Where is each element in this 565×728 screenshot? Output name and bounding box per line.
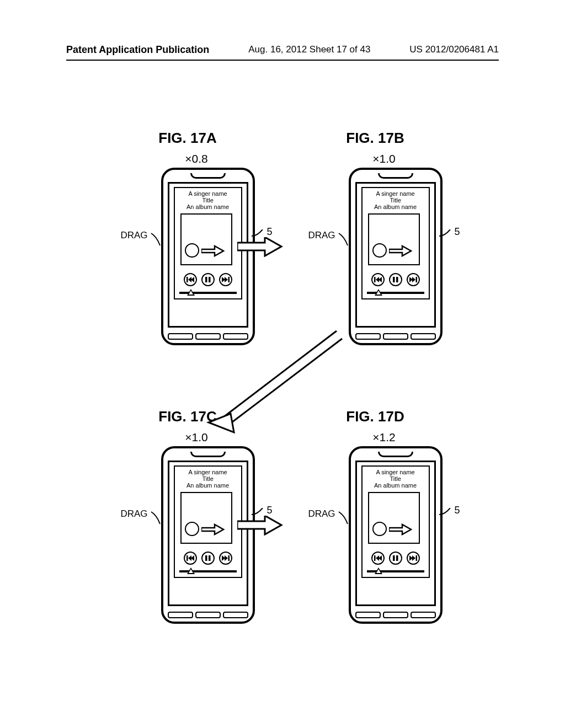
prev-button[interactable] (184, 552, 197, 565)
header-rule (66, 60, 499, 61)
next-button[interactable] (219, 552, 232, 565)
drag-label: DRAG (120, 508, 147, 520)
softkey[interactable] (223, 612, 248, 618)
phone-speaker (378, 173, 413, 179)
zoom-level: ×1.2 (299, 431, 469, 444)
song-metadata: A singer name Title An album name (363, 190, 429, 210)
next-icon (221, 554, 230, 562)
phone-screen[interactable]: A singer name Title An album name (355, 182, 436, 328)
progress-marker[interactable] (187, 568, 195, 574)
media-controls (175, 273, 241, 286)
reference-numeral-5: 5 (455, 505, 460, 516)
album-name: An album name (175, 482, 241, 489)
softkey[interactable] (355, 612, 381, 618)
drag-touch-point[interactable] (372, 243, 387, 260)
album-name: An album name (363, 204, 429, 210)
song-metadata: A singer name Title An album name (363, 469, 429, 489)
prev-icon (374, 276, 382, 283)
drag-touch-point[interactable] (372, 522, 387, 538)
song-title: Title (363, 197, 429, 204)
progress-marker[interactable] (375, 289, 382, 296)
prev-button[interactable] (371, 273, 385, 286)
next-button[interactable] (219, 273, 232, 286)
softkey[interactable] (411, 333, 436, 340)
singer-name: A singer name (175, 469, 241, 475)
publication-number: US 2012/0206481 A1 (409, 44, 499, 56)
next-button[interactable] (407, 552, 420, 565)
softkey[interactable] (383, 333, 408, 340)
callout-leader (439, 508, 451, 518)
figure-17b: FIG. 17B ×1.0 DRAG A singer name Title A… (281, 130, 469, 345)
pause-icon (391, 276, 400, 283)
date-sheet: Aug. 16, 2012 Sheet 17 of 43 (248, 44, 370, 56)
publication-type: Patent Application Publication (66, 44, 209, 56)
phone-screen[interactable]: A singer name Title An album name (168, 461, 248, 606)
pause-button[interactable] (201, 273, 215, 286)
softkey[interactable] (195, 612, 221, 618)
phone-device: A singer name Title An album name (349, 168, 443, 345)
svg-line-8 (221, 331, 337, 419)
drag-label: DRAG (308, 508, 335, 520)
next-icon (221, 276, 230, 283)
progress-marker[interactable] (375, 568, 382, 574)
progress-marker[interactable] (187, 289, 195, 296)
reference-numeral-5: 5 (267, 505, 273, 516)
drag-label: DRAG (308, 230, 335, 241)
singer-name: A singer name (363, 469, 429, 475)
song-title: Title (363, 475, 429, 482)
transition-arrow-c-to-d (237, 516, 284, 538)
softkey[interactable] (168, 612, 193, 618)
transition-arrow-b-to-c (199, 325, 353, 432)
svg-marker-10 (209, 414, 234, 432)
zoom-level: ×1.0 (299, 152, 469, 165)
progress-bar[interactable] (367, 568, 424, 575)
drag-label: DRAG (120, 230, 147, 241)
progress-bar[interactable] (179, 568, 237, 575)
figure-label: FIG. 17B (281, 130, 469, 147)
drag-touch-point[interactable] (185, 243, 199, 260)
singer-name: A singer name (175, 190, 241, 197)
softkey-bar (355, 333, 436, 340)
progress-bar[interactable] (179, 290, 237, 296)
softkey[interactable] (355, 333, 381, 340)
phone-speaker (190, 452, 226, 457)
drag-leader-line (151, 512, 161, 525)
softkey[interactable] (383, 612, 408, 618)
pause-button[interactable] (201, 552, 215, 565)
phone-screen[interactable]: A singer name Title An album name (355, 461, 436, 606)
progress-bar[interactable] (367, 290, 424, 296)
phone-device: A singer name Title An album name (349, 446, 443, 624)
pause-icon (391, 554, 400, 562)
prev-button[interactable] (184, 273, 197, 286)
album-name: An album name (175, 204, 241, 210)
pause-icon (204, 276, 212, 283)
music-app-panel: A singer name Title An album name (174, 187, 242, 299)
page-header: Patent Application Publication Aug. 16, … (66, 44, 499, 56)
media-controls (363, 552, 429, 565)
song-metadata: A singer name Title An album name (175, 190, 241, 210)
song-title: Title (175, 197, 241, 204)
drag-leader-line (339, 233, 349, 247)
reference-numeral-5: 5 (267, 226, 273, 238)
prev-icon (186, 276, 195, 283)
pause-button[interactable] (389, 552, 402, 565)
pause-button[interactable] (389, 273, 402, 286)
figure-label: FIG. 17A (94, 130, 281, 147)
svg-line-9 (227, 339, 342, 426)
pause-icon (204, 554, 212, 562)
phone-speaker (378, 452, 413, 457)
prev-button[interactable] (371, 552, 385, 565)
phone-speaker (190, 173, 226, 179)
phone-screen[interactable]: A singer name Title An album name (168, 182, 248, 328)
figure-17d: FIG. 17D ×1.2 DRAG A singer name Title A… (281, 408, 469, 624)
drag-leader-line (151, 233, 161, 247)
prev-icon (374, 554, 382, 562)
drag-touch-point[interactable] (185, 522, 199, 538)
music-app-panel: A singer name Title An album name (174, 465, 242, 578)
next-button[interactable] (407, 273, 420, 286)
media-controls (175, 552, 241, 565)
drag-leader-line (339, 512, 349, 525)
softkey-bar (168, 612, 248, 618)
softkey[interactable] (411, 612, 436, 618)
softkey[interactable] (168, 333, 193, 340)
